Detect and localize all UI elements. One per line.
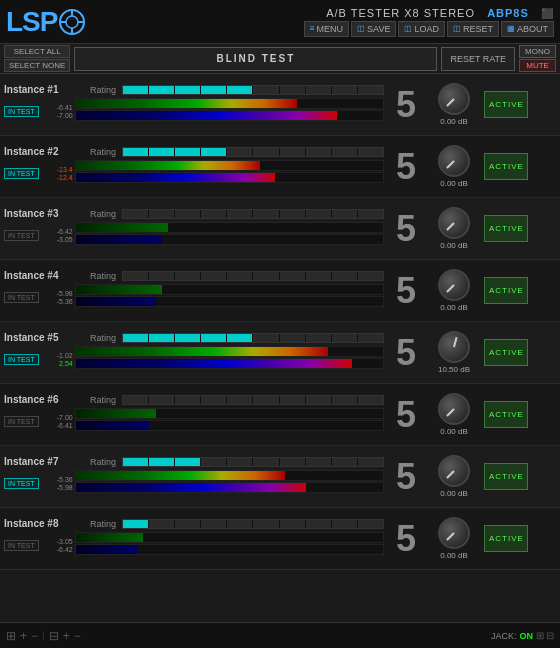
- menu-button[interactable]: ≡ MENU: [304, 21, 349, 37]
- rating-seg-9: [358, 148, 383, 156]
- knob-5[interactable]: [438, 393, 470, 425]
- knob-section-6[interactable]: 0.00 dB: [428, 455, 480, 498]
- mono-mute-controls: MONO MUTE: [519, 45, 556, 72]
- active-button-4[interactable]: ACTIVE: [484, 339, 528, 366]
- rating-seg-4: [227, 86, 252, 94]
- in-test-button-6[interactable]: IN TEST: [4, 478, 39, 489]
- jack-icon-2[interactable]: ⊟: [546, 630, 554, 641]
- knob-needle-0: [446, 98, 454, 106]
- knob-section-1[interactable]: 0.00 dB: [428, 145, 480, 188]
- knob-3[interactable]: [438, 269, 470, 301]
- instance-row: Instance #7 Rating IN TEST -5.36 -5.98: [0, 446, 560, 508]
- rating-seg-0: [123, 86, 148, 94]
- reset-button[interactable]: ◫ RESET: [447, 21, 499, 37]
- knob-section-3[interactable]: 0.00 dB: [428, 269, 480, 312]
- active-button-2[interactable]: ACTIVE: [484, 215, 528, 242]
- rating-bar-4: [122, 333, 384, 343]
- about-icon: ▦: [507, 24, 515, 33]
- knob-4[interactable]: [438, 331, 470, 363]
- footer: ⊞ + − | ⊟ + − JACK: ON ⊞ ⊟: [0, 622, 560, 648]
- meter-bar-r-6: [75, 482, 384, 493]
- meter-bar-r-3: [75, 296, 384, 307]
- rating-seg-3: [201, 210, 226, 218]
- knob-7[interactable]: [438, 517, 470, 549]
- in-test-button-0[interactable]: IN TEST: [4, 106, 39, 117]
- rating-seg-1: [149, 272, 174, 280]
- active-button-0[interactable]: ACTIVE: [484, 91, 528, 118]
- active-button-5[interactable]: ACTIVE: [484, 401, 528, 428]
- in-test-button-5[interactable]: IN TEST: [4, 416, 39, 427]
- active-button-6[interactable]: ACTIVE: [484, 463, 528, 490]
- load-button[interactable]: ◫ LOAD: [398, 21, 445, 37]
- power-icon: ⬛: [541, 8, 554, 19]
- knob-needle-6: [446, 470, 454, 478]
- level-r-4: 2.54: [41, 360, 73, 367]
- plus-icon[interactable]: +: [20, 629, 27, 643]
- knob-value-6: 0.00 dB: [440, 489, 468, 498]
- meter-bar-r-7: [75, 544, 384, 555]
- level-l-5: -7.00: [41, 414, 73, 421]
- rating-seg-7: [306, 520, 331, 528]
- knob-section-0[interactable]: 0.00 dB: [428, 83, 480, 126]
- instance-number-2: 5: [388, 211, 424, 247]
- add-instance-icon[interactable]: ⊞: [6, 629, 16, 643]
- instance-row: Instance #5 Rating IN TEST -1.02 2.54: [0, 322, 560, 384]
- rating-label-5: Rating: [90, 395, 116, 405]
- jack-icon-1[interactable]: ⊞: [536, 630, 544, 641]
- active-button-3[interactable]: ACTIVE: [484, 277, 528, 304]
- knob-section-7[interactable]: 0.00 dB: [428, 517, 480, 560]
- level-r-0: -7.00: [41, 112, 73, 119]
- meter-bars-0: [75, 98, 384, 124]
- in-test-button-1[interactable]: IN TEST: [4, 168, 39, 179]
- rating-seg-3: [201, 396, 226, 404]
- plus2-icon[interactable]: +: [63, 629, 70, 643]
- minus2-icon[interactable]: −: [74, 629, 81, 643]
- instance-header-3: Instance #4 Rating: [4, 270, 384, 281]
- instance-number-5: 5: [388, 397, 424, 433]
- rating-seg-5: [253, 396, 278, 404]
- meter-bar-l-5: [75, 408, 384, 419]
- load-label: LOAD: [414, 24, 439, 34]
- knob-6[interactable]: [438, 455, 470, 487]
- save-button[interactable]: ◫ SAVE: [351, 21, 396, 37]
- knob-section-4[interactable]: 10.50 dB: [428, 331, 480, 374]
- folder-icon[interactable]: ⊟: [49, 629, 59, 643]
- mono-button[interactable]: MONO: [519, 45, 556, 58]
- rating-seg-8: [332, 272, 357, 280]
- instance-left-1: Instance #2 Rating IN TEST -13.4 -12.4: [4, 146, 384, 187]
- rating-label-0: Rating: [90, 85, 116, 95]
- in-test-button-4[interactable]: IN TEST: [4, 354, 39, 365]
- meter-section-7: IN TEST -3.05 -6.42: [4, 531, 384, 559]
- meter-fill-l-2: [76, 223, 168, 232]
- reset-rate-button[interactable]: RESET RATE: [441, 47, 515, 71]
- rating-seg-0: [123, 334, 148, 342]
- instance-number-7: 5: [388, 521, 424, 557]
- meter-fill-r-3: [76, 297, 156, 306]
- jack-label: JACK:: [491, 631, 517, 641]
- title-text: A/B TESTER X8 STEREO: [326, 7, 475, 19]
- rating-bar-5: [122, 395, 384, 405]
- about-button[interactable]: ▦ ABOUT: [501, 21, 554, 37]
- knob-section-2[interactable]: 0.00 dB: [428, 207, 480, 250]
- knob-2[interactable]: [438, 207, 470, 239]
- in-test-button-7[interactable]: IN TEST: [4, 540, 39, 551]
- instance-header-1: Instance #2 Rating: [4, 146, 384, 157]
- in-test-button-2[interactable]: IN TEST: [4, 230, 39, 241]
- active-button-1[interactable]: ACTIVE: [484, 153, 528, 180]
- jack-status: JACK: ON ⊞ ⊟: [491, 630, 554, 641]
- knob-1[interactable]: [438, 145, 470, 177]
- knob-0[interactable]: [438, 83, 470, 115]
- in-test-button-3[interactable]: IN TEST: [4, 292, 39, 303]
- mute-button[interactable]: MUTE: [519, 59, 556, 72]
- select-all-button[interactable]: SELECT ALL: [4, 45, 70, 58]
- knob-needle-3: [446, 284, 454, 292]
- meter-bar-r-2: [75, 234, 384, 245]
- minus-icon[interactable]: −: [31, 629, 38, 643]
- select-none-button[interactable]: SELECT NONE: [4, 59, 70, 72]
- meter-bars-6: [75, 470, 384, 496]
- active-button-7[interactable]: ACTIVE: [484, 525, 528, 552]
- meter-bar-l-0: [75, 98, 384, 109]
- instance-header-6: Instance #7 Rating: [4, 456, 384, 467]
- blind-test-button[interactable]: BLIND TEST: [74, 47, 437, 71]
- knob-section-5[interactable]: 0.00 dB: [428, 393, 480, 436]
